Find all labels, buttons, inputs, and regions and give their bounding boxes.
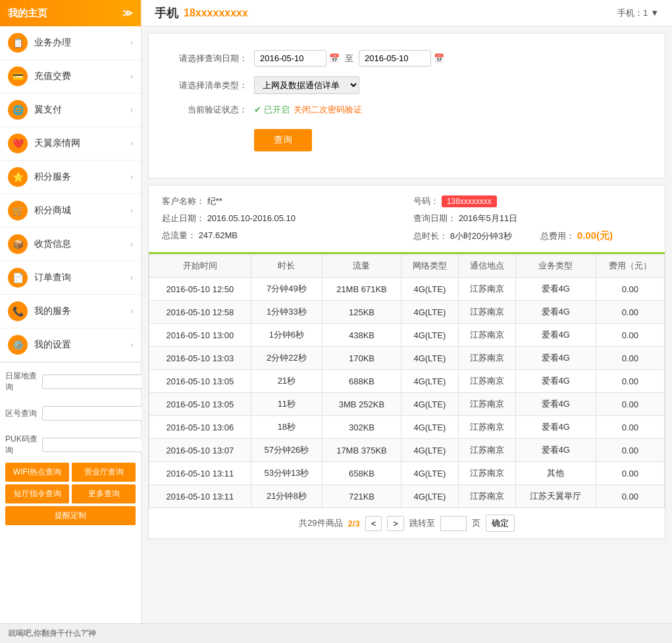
table-cell: 爱看4G xyxy=(515,278,596,301)
table-row: 2016-05-10 13:032分钟22秒170KB4G(LTE)江苏南京爱看… xyxy=(149,347,665,370)
query-tools-section: 日屋地查询 查询 区号查询 查询 PUK码查询 查询 WIFI热点查询 营业厅查… xyxy=(0,362,141,530)
table-header-cell: 通信地点 xyxy=(458,255,515,278)
sidebar-item-business[interactable]: 📋 业务办理 › xyxy=(0,26,141,60)
table-cell: 1分钟33秒 xyxy=(251,301,322,324)
table-cell: 爱看4G xyxy=(515,416,596,439)
sidebar-item-orders[interactable]: 📄 订单查询 › xyxy=(0,261,141,295)
page-confirm-btn[interactable]: 确定 xyxy=(486,515,515,532)
sidebar-arrow-myservice: › xyxy=(130,307,133,316)
table-cell: 0.00 xyxy=(596,416,664,439)
table-row: 2016-05-10 13:0511秒3MB 252KB4G(LTE)江苏南京爱… xyxy=(149,393,665,416)
sidebar-label-shipping: 收货信息 xyxy=(34,238,130,250)
date-form-label: 请选择查询日期： xyxy=(168,53,247,64)
type-select[interactable]: 上网及数据通信详单通话详单短信详单 xyxy=(254,76,359,94)
sidebar-item-settings[interactable]: ⚙️ 我的设置 › xyxy=(0,328,141,362)
table-row: 2016-05-10 12:581分钟33秒125KB4G(LTE)江苏南京爱看… xyxy=(149,301,665,324)
sidebar-header[interactable]: 我的主页 ≫ xyxy=(0,0,141,26)
calendar-to-icon[interactable]: 📅 xyxy=(434,53,444,63)
table-cell: 江苏天翼举厅 xyxy=(515,485,596,508)
table-cell: 4G(LTE) xyxy=(401,370,458,393)
sidebar-label-settings: 我的设置 xyxy=(34,339,130,351)
table-row: 2016-05-10 12:507分钟49秒21MB 671KB4G(LTE)江… xyxy=(149,278,665,301)
sidebar-item-shop[interactable]: 🛒 积分商城 › xyxy=(0,194,141,228)
phone-result-label: 号码： xyxy=(413,196,439,206)
hall-cmd-btn[interactable]: 短厅指令查询 xyxy=(5,484,69,503)
table-cell: 爱看4G xyxy=(515,393,596,416)
table-cell: 江苏南京 xyxy=(458,278,515,301)
sidebar-icon-points: ⭐ xyxy=(8,167,28,187)
more-query-btn[interactable]: 更多查询 xyxy=(72,484,136,503)
table-cell: 2016-05-10 13:05 xyxy=(149,370,251,393)
sidebar-item-points[interactable]: ⭐ 积分服务 › xyxy=(0,161,141,194)
sidebar-icon-shop: 🛒 xyxy=(8,201,28,220)
table-cell: 2016-05-10 13:11 xyxy=(149,462,251,485)
table-header-cell: 开始时间 xyxy=(149,255,251,278)
phone-number-item: 号码： 138xxxxxxxx xyxy=(413,195,652,207)
query-date-item: 查询日期： 2016年5月11日 xyxy=(413,213,652,224)
table-cell: 4G(LTE) xyxy=(401,347,458,370)
table-row: 2016-05-10 13:0757分钟26秒17MB 375KB4G(LTE)… xyxy=(149,439,665,462)
table-cell: 2016-05-10 13:07 xyxy=(149,439,251,462)
status-form-label: 当前验证状态： xyxy=(168,104,247,116)
date-separator: 至 xyxy=(345,53,353,64)
sidebar-item-dating[interactable]: ❤️ 天翼亲情网 › xyxy=(0,127,141,161)
puk-query-input[interactable] xyxy=(42,438,149,452)
table-row: 2016-05-10 13:001分钟6秒438KB4G(LTE)江苏南京爱看4… xyxy=(149,324,665,347)
status-link[interactable]: 关闭二次密码验证 xyxy=(294,104,362,116)
table-cell: 17MB 375KB xyxy=(323,439,401,462)
table-cell: 2016-05-10 13:03 xyxy=(149,347,251,370)
date-range-value: 2016.05.10-2016.05.10 xyxy=(207,213,296,223)
bottom-text: 就喝吧,你翻身干什么?"神 xyxy=(8,629,96,638)
results-panel: 客户名称： 纪** 号码： 138xxxxxxxx 起止日期： 2016.05.… xyxy=(148,185,665,539)
current-page-text: 2/3 xyxy=(348,519,360,528)
calendar-from-icon[interactable]: 📅 xyxy=(329,53,340,63)
table-cell: 2016-05-10 13:11 xyxy=(149,485,251,508)
query-submit-btn[interactable]: 查询 xyxy=(254,129,312,151)
sidebar-items-list: 📋 业务办理 › 💳 充值交费 › 🌐 翼支付 › ❤️ 天翼亲情网 › ⭐ 积… xyxy=(0,26,141,362)
next-page-btn[interactable]: > xyxy=(387,516,404,531)
store-query-btn[interactable]: 营业厅查询 xyxy=(72,463,136,482)
sidebar-collapse-icon[interactable]: ≫ xyxy=(122,7,133,19)
sidebar-label-business: 业务办理 xyxy=(34,37,130,49)
prev-page-btn[interactable]: < xyxy=(365,516,382,531)
table-cell: 江苏南京 xyxy=(458,301,515,324)
sidebar-arrow-settings: › xyxy=(130,340,133,349)
area-query-input[interactable] xyxy=(42,406,149,421)
sidebar-icon-business: 📋 xyxy=(8,33,28,53)
table-body: 2016-05-10 12:507分钟49秒21MB 671KB4G(LTE)江… xyxy=(149,278,665,508)
total-flow-item: 总流量： 247.62MB xyxy=(162,230,400,242)
table-head: 开始时间时长流量网络类型通信地点业务类型费用（元） xyxy=(149,255,665,278)
sidebar-label-pay: 翼支付 xyxy=(34,104,130,116)
sidebar-item-shipping[interactable]: 📦 收货信息 › xyxy=(0,228,141,261)
sidebar-header-label: 我的主页 xyxy=(8,7,47,20)
sidebar-item-recharge[interactable]: 💳 充值交费 › xyxy=(0,60,141,93)
total-duration-value: 8小时20分钟3秒 xyxy=(450,231,512,241)
table-cell: 0.00 xyxy=(596,485,664,508)
puk-query-row: PUK码查询 查询 xyxy=(5,431,136,459)
puk-query-label: PUK码查询 xyxy=(5,434,39,456)
sidebar-icon-recharge: 💳 xyxy=(8,66,28,86)
jump-page-input[interactable] xyxy=(440,516,467,531)
table-cell: 江苏南京 xyxy=(458,485,515,508)
table-cell: 0.00 xyxy=(596,347,664,370)
sidebar-icon-pay: 🌐 xyxy=(8,100,28,120)
date-to-input[interactable] xyxy=(359,50,431,66)
query-form-panel: 请选择查询日期： 📅 至 📅 请选择清单类型： 上网及数据通信详单通话详单短信详… xyxy=(148,33,665,178)
table-cell: 4G(LTE) xyxy=(401,278,458,301)
address-query-input[interactable] xyxy=(42,374,149,389)
table-cell: 1分钟6秒 xyxy=(251,324,322,347)
sidebar-icon-myservice: 📞 xyxy=(8,301,28,321)
expand-icon[interactable]: ▼ xyxy=(650,8,659,18)
table-cell: 爱看4G xyxy=(515,324,596,347)
pagination: 共29件商品 2/3 < > 跳转至 页 确定 xyxy=(149,508,665,538)
status-form-row: 当前验证状态： ✔ 已开启 关闭二次密码验证 xyxy=(168,104,645,116)
sidebar-item-pay[interactable]: 🌐 翼支付 › xyxy=(0,93,141,127)
sidebar-item-myservice[interactable]: 📞 我的服务 › xyxy=(0,295,141,328)
phone-count: 手机：1 ▼ xyxy=(617,7,659,19)
date-from-input[interactable] xyxy=(254,50,326,66)
wifi-hotspot-btn[interactable]: WIFI热点查询 xyxy=(5,463,69,482)
reminder-custom-btn[interactable]: 提醒定制 xyxy=(5,506,136,525)
table-cell: 江苏南京 xyxy=(458,324,515,347)
data-table: 开始时间时长流量网络类型通信地点业务类型费用（元） 2016-05-10 12:… xyxy=(149,254,665,508)
type-form-row: 请选择清单类型： 上网及数据通信详单通话详单短信详单 xyxy=(168,76,645,94)
